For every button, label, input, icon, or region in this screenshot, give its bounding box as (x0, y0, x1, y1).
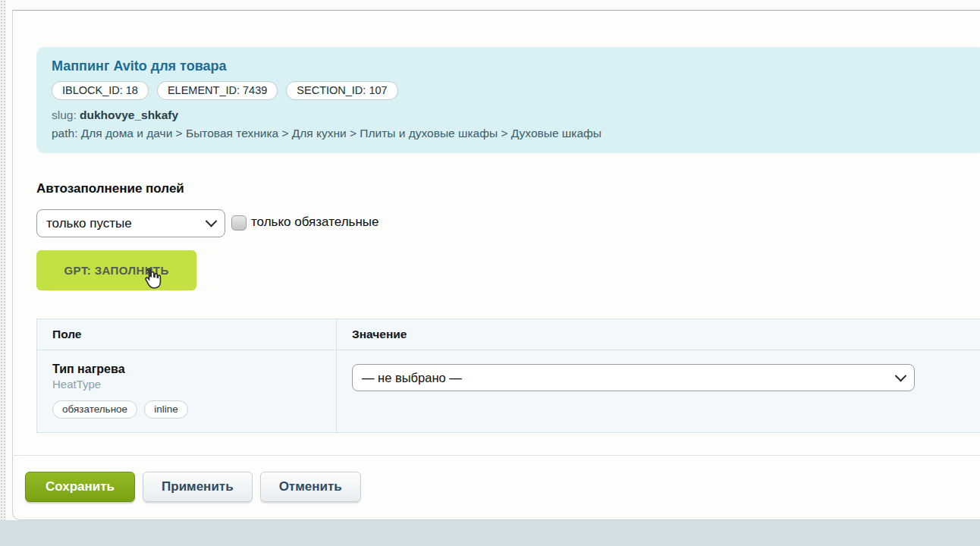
field-value-select[interactable]: — не выбрано — (352, 364, 915, 391)
slug-line: slug: dukhovye_shkafy (52, 108, 969, 122)
autofill-section-heading: Автозаполнение полей (36, 181, 184, 196)
field-name: Тип нагрева (52, 362, 321, 376)
required-tag: обязательное (52, 400, 137, 419)
fields-table: Поле Значение Тип нагрева HeatType обяза… (36, 318, 980, 433)
footer-buttons: Сохранить Применить Отменить (25, 472, 361, 502)
field-code: HeatType (52, 378, 321, 391)
gpt-fill-button[interactable]: GPT: ЗАПОЛНИТЬ (36, 250, 196, 290)
element-id-badge: ELEMENT_ID: 7439 (157, 81, 278, 100)
fields-table-header: Поле Значение (37, 319, 980, 350)
path-label: path: (52, 127, 77, 140)
bottom-strip (0, 520, 980, 546)
iblock-id-badge: IBLOCK_ID: 18 (52, 81, 149, 100)
path-value: Для дома и дачи > Бытовая техника > Для … (81, 127, 602, 140)
footer-divider (12, 455, 980, 456)
cancel-button[interactable]: Отменить (260, 472, 361, 502)
field-tags: обязательное inline (52, 400, 321, 419)
field-cell: Тип нагрева HeatType обязательное inline (37, 350, 337, 432)
save-button[interactable]: Сохранить (25, 472, 135, 502)
table-row: Тип нагрева HeatType обязательное inline… (37, 350, 980, 432)
avito-mapping-info-box: Маппинг Avito для товара IBLOCK_ID: 18 E… (36, 47, 980, 153)
slug-label: slug: (52, 108, 77, 121)
field-value-select-value: — не выбрано — (362, 371, 462, 385)
autofill-mode-select[interactable]: только пустые (36, 209, 225, 237)
page-title: Маппинг Avito для товара (52, 58, 969, 74)
page-left-gutter (0, 0, 6, 520)
value-cell: — не выбрано — (337, 350, 980, 432)
chevron-down-icon (895, 369, 907, 381)
required-only-label: только обязательные (251, 215, 378, 230)
slug-value: dukhovye_shkafy (80, 108, 178, 121)
id-badges-row: IBLOCK_ID: 18 ELEMENT_ID: 7439 SECTION_I… (52, 81, 969, 100)
column-header-field: Поле (37, 319, 337, 350)
chevron-down-icon (206, 215, 218, 228)
column-header-value: Значение (337, 319, 980, 350)
required-only-checkbox[interactable] (231, 215, 247, 231)
apply-button[interactable]: Применить (143, 472, 253, 502)
inline-tag: inline (144, 400, 188, 419)
autofill-mode-select-value: только пустые (46, 216, 132, 231)
category-path: path: Для дома и дачи > Бытовая техника … (52, 127, 969, 140)
section-id-badge: SECTION_ID: 107 (286, 81, 397, 100)
